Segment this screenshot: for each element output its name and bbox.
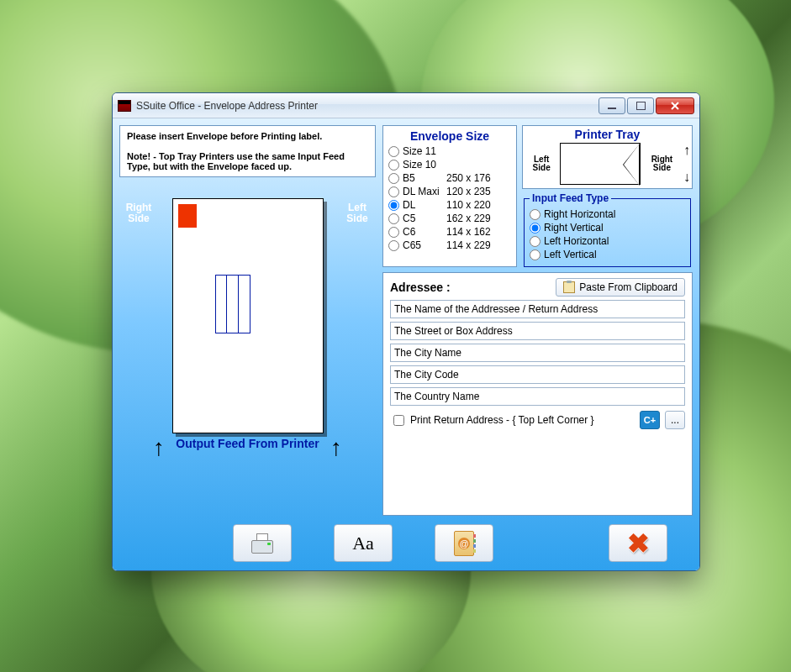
address-book-button[interactable]: @ (435, 524, 493, 562)
close-x-icon: ✖ (627, 528, 650, 559)
input-feed-legend: Input Feed Type (530, 192, 611, 204)
arrow-up-icon: ↑ (330, 437, 342, 459)
application-window: SSuite Office - Envelope Address Printer… (112, 92, 700, 571)
arrow-up-icon: ↑ (683, 143, 690, 158)
cplus-button[interactable]: C+ (640, 411, 660, 429)
addressee-street-input[interactable] (390, 322, 685, 340)
printer-tray-panel: Printer Tray Left Side Right Side ↑ ↓ (522, 125, 693, 189)
addressee-country-input[interactable] (390, 387, 685, 406)
envelope-page (172, 198, 324, 433)
size-option-dl[interactable]: DL110 x 220 (388, 198, 511, 212)
titlebar[interactable]: SSuite Office - Envelope Address Printer (113, 93, 699, 118)
cancel-button[interactable]: ✖ (609, 524, 667, 562)
tray-right-label: Right Side (642, 155, 682, 172)
input-feed-panel: Input Feed Type Right Horizontal Right V… (524, 192, 691, 267)
size-option-dlmaxi[interactable]: DL Maxi120 x 235 (388, 185, 511, 198)
stamp-icon (178, 204, 197, 228)
print-return-address-checkbox[interactable]: Print Return Address - { Top Left Corner… (390, 412, 594, 428)
size-option-c65[interactable]: C65114 x 229 (388, 239, 511, 252)
addressee-city-input[interactable] (390, 344, 685, 362)
address-block-icon (215, 275, 250, 333)
feed-option-left-vertical[interactable]: Left Vertical (530, 248, 685, 261)
addressee-label: Adressee : (390, 281, 451, 294)
more-button[interactable]: ... (665, 411, 685, 429)
print-button[interactable] (233, 524, 292, 562)
addressee-code-input[interactable] (390, 365, 685, 384)
size-option-c5[interactable]: C5162 x 229 (388, 212, 511, 225)
size-option-b5[interactable]: B5250 x 176 (388, 171, 511, 185)
preview-left-side-label: Left Side (340, 202, 374, 224)
addressee-name-input[interactable] (390, 300, 685, 318)
address-book-icon: @ (454, 531, 474, 556)
printer-icon (250, 533, 275, 554)
envelope-size-panel: Envelope Size Size 11 Size 10 B5250 x 17… (382, 125, 517, 267)
feed-option-right-horizontal[interactable]: Right Horizontal (530, 207, 685, 221)
client-area: Please insert Envelope before Printing l… (113, 118, 699, 570)
arrow-down-icon: ↓ (683, 170, 690, 185)
feed-option-left-horizontal[interactable]: Left Horizontal (530, 234, 685, 248)
instruction-line1: Please insert Envelope before Printing l… (127, 131, 322, 141)
addressee-panel: Adressee : Paste From Clipboard (382, 272, 693, 516)
printer-tray-title: Printer Tray (525, 128, 690, 141)
feed-option-right-vertical[interactable]: Right Vertical (530, 221, 685, 234)
paste-from-clipboard-button[interactable]: Paste From Clipboard (556, 278, 685, 297)
size-option-size11[interactable]: Size 11 (388, 144, 511, 158)
output-feed-label: Output Feed From Printer (176, 437, 319, 450)
close-window-button[interactable] (656, 97, 694, 114)
arrow-up-icon: ↑ (153, 437, 165, 459)
minimize-button[interactable] (599, 97, 625, 114)
font-button[interactable]: Aa (334, 524, 393, 562)
instruction-line2: Note! - Top Tray Printers use the same I… (127, 151, 345, 171)
size-option-c6[interactable]: C6114 x 162 (388, 225, 511, 239)
clipboard-icon (563, 281, 575, 293)
maximize-button[interactable] (627, 97, 654, 114)
size-option-size10[interactable]: Size 10 (388, 158, 511, 171)
envelope-size-title: Envelope Size (388, 129, 511, 143)
tray-envelope-icon (560, 143, 641, 185)
tray-left-label: Left Side (525, 155, 558, 172)
instruction-box: Please insert Envelope before Printing l… (119, 125, 376, 177)
bottom-toolbar: Aa @ ✖ (119, 521, 693, 564)
envelope-preview: Right Side Left Side ↑ ↑ Output Feed Fro… (119, 177, 376, 516)
preview-right-side-label: Right Side (121, 202, 156, 224)
window-title: SSuite Office - Envelope Address Printer (136, 100, 318, 112)
app-icon (118, 100, 131, 112)
font-icon: Aa (352, 533, 374, 554)
